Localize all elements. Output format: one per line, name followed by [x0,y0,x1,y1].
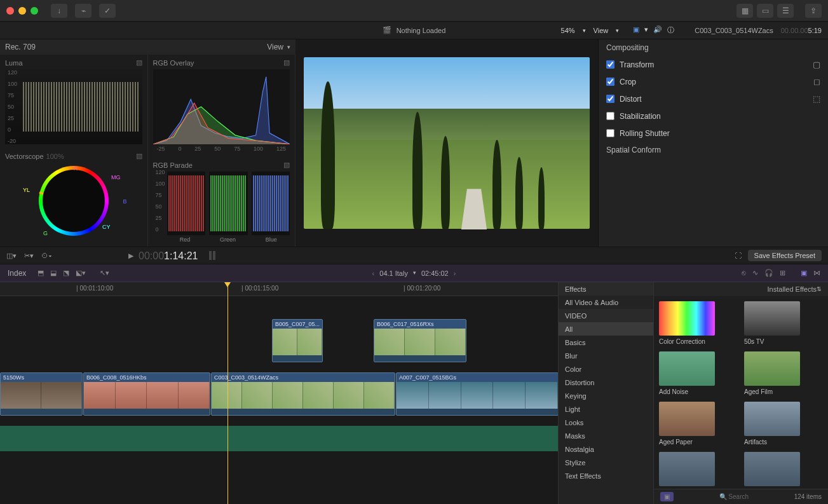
fullscreen-icon[interactable]: ⛶ [735,252,742,259]
audio-track[interactable] [0,426,558,451]
project-duration: 02:45:02 [421,269,449,277]
effect-item[interactable]: 50s TV [744,301,823,345]
inspector-clip-name: C003_C003_0514WZacs [695,27,773,34]
zoom-window[interactable] [31,7,38,15]
transform-checkbox[interactable] [606,60,614,69]
effects-category[interactable]: Looks [559,416,653,429]
effect-item[interactable] [744,452,823,489]
viewer-canvas[interactable] [295,39,598,247]
save-effects-preset-button[interactable]: Save Effects Preset [748,250,822,261]
connect-clip-icon[interactable]: ⬒ [37,269,44,277]
keyword-icon[interactable]: ⌁ [75,4,92,18]
scope-settings-icon[interactable]: ▧ [283,58,290,67]
timeline-clip[interactable]: B005_C007_05... [272,319,323,362]
installed-effects-menu[interactable]: Installed Effects [768,285,817,293]
crop-icon[interactable]: ◻ [813,77,820,86]
info-tab-icon[interactable]: ⓘ [667,25,674,35]
vectorscope-display: R MG B CY G YL [5,160,142,242]
video-scopes-panel: Rec. 709 View ▾ Luma▧ 1201007550250-20 V… [0,39,295,247]
scope-view-menu[interactable]: View [267,43,283,51]
share-icon[interactable]: ⇪ [805,4,822,18]
overwrite-clip-icon[interactable]: ⬕▾ [76,269,86,277]
effects-category[interactable]: Keying [559,389,653,402]
crop-checkbox[interactable] [606,78,614,86]
video-tab-icon[interactable]: ▣ [633,25,639,35]
effects-library-icon[interactable]: ▣ [660,492,674,501]
timeline-clip[interactable]: A007_C007_0515BGs [396,372,558,416]
transitions-browser-icon[interactable]: ⋈ [813,269,820,277]
generator-tab-icon[interactable]: ▾ [644,25,648,35]
effects-category[interactable]: Light [559,402,653,416]
play-icon[interactable]: ▶ [128,252,133,260]
insert-clip-icon[interactable]: ⬓ [50,269,57,277]
close-window[interactable] [6,7,14,15]
timeline-clip[interactable]: B006_C008_0516HKbs [83,372,210,416]
tool-menu-icon[interactable]: ✂▾ [24,252,34,260]
view-menu[interactable]: View [594,27,609,34]
effects-category[interactable]: VIDEO [559,309,653,322]
scope-settings-icon[interactable]: ▧ [136,58,142,67]
workspace-browser-icon[interactable]: ▦ [736,4,753,18]
effects-category[interactable]: Stylize [559,456,653,469]
workspace-timeline-icon[interactable]: ▭ [757,4,773,18]
effects-category[interactable]: Nostalgia [559,442,653,456]
workspace-inspector-icon[interactable]: ☰ [777,4,794,18]
appearance-menu-icon[interactable]: ◫▾ [6,252,17,260]
arrow-tool-icon[interactable]: ↖▾ [100,269,109,277]
audio-tab-icon[interactable]: 🔊 [653,25,662,35]
chevron-down-icon[interactable]: ▾ [287,44,290,50]
timeline-header: Index ⬒ ⬓ ⬔ ⬕▾ ↖▾ ‹ 04.1 Italy▾ 02:45:02… [0,264,828,282]
rolling-shutter-checkbox[interactable] [606,129,614,137]
effects-category[interactable]: Color [559,362,653,376]
scope-settings-icon[interactable]: ▧ [283,161,290,169]
effects-search-placeholder[interactable]: Search [728,493,749,500]
effects-category[interactable]: All [559,322,653,336]
import-icon[interactable]: ↓ [51,4,67,18]
effect-item[interactable]: Add Noise [659,351,738,395]
effect-item[interactable]: Artifacts [744,402,823,446]
effects-category[interactable]: All Video & Audio [559,296,653,309]
stabilization-checkbox[interactable] [606,112,614,120]
effects-browser-icon[interactable]: ▣ [801,269,807,277]
timeline-clip[interactable]: 5150Ws [0,372,83,416]
effect-item[interactable]: Aged Film [744,351,823,395]
viewer-title: Nothing Loaded [397,27,446,34]
inspector-panel: Compositing Transform▢ Crop◻ Distort⬚ St… [598,39,828,247]
timeline-clip[interactable]: C003_C003_0514WZacs [211,372,395,416]
skimming-icon[interactable]: ⎋ [742,269,746,277]
effect-item[interactable]: Aged Paper [659,402,738,446]
timeline-tracks[interactable]: | 00:01:10:00| 00:01:15:00| 00:01:20:00 … [0,282,558,504]
append-clip-icon[interactable]: ⬔ [63,269,69,277]
chevron-down-icon[interactable]: ▾ [616,27,619,34]
effects-category[interactable]: Masks [559,429,653,442]
effects-category[interactable]: Text Effects [559,469,653,482]
retime-menu-icon[interactable]: ⏲▾ [41,252,52,260]
minimize-window[interactable] [18,7,26,15]
snapping-icon[interactable]: ⊞ [780,269,785,277]
next-edit-icon[interactable]: › [454,269,456,277]
playhead[interactable] [227,282,228,504]
distort-checkbox[interactable] [606,95,614,103]
transform-icon[interactable]: ▢ [813,60,820,69]
scope-settings-icon[interactable]: ▧ [136,152,142,160]
effect-item[interactable] [659,452,738,489]
effects-category[interactable]: Distortion [559,376,653,389]
background-tasks-icon[interactable]: ✓ [99,4,116,18]
index-button[interactable]: Index [8,269,26,278]
solo-icon[interactable]: 🎧 [764,269,773,277]
effects-category[interactable]: Blur [559,349,653,362]
distort-icon[interactable]: ⬚ [813,94,820,104]
prev-edit-icon[interactable]: ‹ [372,269,375,277]
effect-item[interactable]: Color Correction [659,301,738,345]
viewer-header: 🎬 Nothing Loaded 54%▾ View▾ ▣ ▾ 🔊 ⓘ C003… [0,22,828,39]
effects-browser: Effects All Video & AudioVIDEOAllBasicsB… [558,282,828,504]
compositing-header: Compositing [599,39,828,56]
audio-skimming-icon[interactable]: ∿ [752,269,758,277]
effects-category[interactable]: Basics [559,336,653,349]
zoom-level[interactable]: 54% [561,27,575,34]
effects-count: 124 items [794,493,822,500]
timeline-ruler[interactable]: | 00:01:10:00| 00:01:15:00| 00:01:20:00 [0,282,558,296]
chevron-down-icon[interactable]: ▾ [583,27,586,34]
timeline-clip[interactable]: B006_C017_0516RXs [374,319,466,362]
project-name[interactable]: 04.1 Italy [379,269,408,277]
